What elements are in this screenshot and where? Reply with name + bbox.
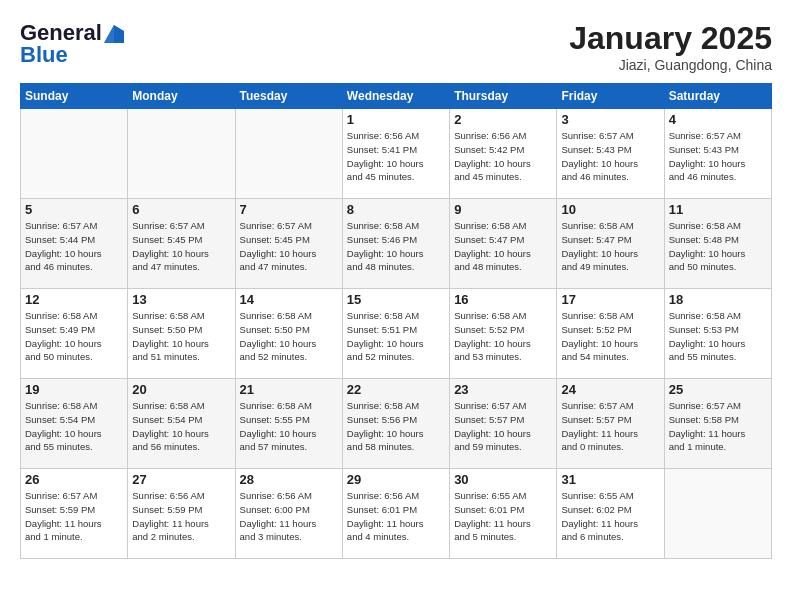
calendar-cell <box>21 109 128 199</box>
day-info: Sunrise: 6:57 AM Sunset: 5:57 PM Dayligh… <box>454 399 552 454</box>
day-info: Sunrise: 6:57 AM Sunset: 5:43 PM Dayligh… <box>561 129 659 184</box>
calendar-cell: 31Sunrise: 6:55 AM Sunset: 6:02 PM Dayli… <box>557 469 664 559</box>
calendar-cell: 12Sunrise: 6:58 AM Sunset: 5:49 PM Dayli… <box>21 289 128 379</box>
day-number: 12 <box>25 292 123 307</box>
calendar-cell: 1Sunrise: 6:56 AM Sunset: 5:41 PM Daylig… <box>342 109 449 199</box>
day-number: 20 <box>132 382 230 397</box>
calendar-cell: 17Sunrise: 6:58 AM Sunset: 5:52 PM Dayli… <box>557 289 664 379</box>
calendar-cell: 30Sunrise: 6:55 AM Sunset: 6:01 PM Dayli… <box>450 469 557 559</box>
day-info: Sunrise: 6:58 AM Sunset: 5:46 PM Dayligh… <box>347 219 445 274</box>
calendar-cell: 27Sunrise: 6:56 AM Sunset: 5:59 PM Dayli… <box>128 469 235 559</box>
logo-blue-text: Blue <box>20 42 68 68</box>
day-info: Sunrise: 6:58 AM Sunset: 5:49 PM Dayligh… <box>25 309 123 364</box>
calendar-cell: 29Sunrise: 6:56 AM Sunset: 6:01 PM Dayli… <box>342 469 449 559</box>
day-info: Sunrise: 6:58 AM Sunset: 5:54 PM Dayligh… <box>132 399 230 454</box>
day-info: Sunrise: 6:58 AM Sunset: 5:48 PM Dayligh… <box>669 219 767 274</box>
calendar-cell: 20Sunrise: 6:58 AM Sunset: 5:54 PM Dayli… <box>128 379 235 469</box>
day-number: 6 <box>132 202 230 217</box>
day-number: 14 <box>240 292 338 307</box>
day-number: 18 <box>669 292 767 307</box>
header-thursday: Thursday <box>450 84 557 109</box>
day-number: 27 <box>132 472 230 487</box>
day-number: 7 <box>240 202 338 217</box>
calendar-cell: 28Sunrise: 6:56 AM Sunset: 6:00 PM Dayli… <box>235 469 342 559</box>
day-info: Sunrise: 6:56 AM Sunset: 5:42 PM Dayligh… <box>454 129 552 184</box>
header-saturday: Saturday <box>664 84 771 109</box>
day-info: Sunrise: 6:58 AM Sunset: 5:47 PM Dayligh… <box>454 219 552 274</box>
calendar-cell: 10Sunrise: 6:58 AM Sunset: 5:47 PM Dayli… <box>557 199 664 289</box>
day-number: 29 <box>347 472 445 487</box>
calendar-cell: 19Sunrise: 6:58 AM Sunset: 5:54 PM Dayli… <box>21 379 128 469</box>
calendar-table: SundayMondayTuesdayWednesdayThursdayFrid… <box>20 83 772 559</box>
title-block: January 2025 Jiazi, Guangdong, China <box>569 20 772 73</box>
day-info: Sunrise: 6:56 AM Sunset: 5:59 PM Dayligh… <box>132 489 230 544</box>
calendar-week-row: 12Sunrise: 6:58 AM Sunset: 5:49 PM Dayli… <box>21 289 772 379</box>
logo: General Blue <box>20 20 124 68</box>
calendar-cell: 24Sunrise: 6:57 AM Sunset: 5:57 PM Dayli… <box>557 379 664 469</box>
day-number: 3 <box>561 112 659 127</box>
logo-icon <box>104 25 124 43</box>
calendar-week-row: 1Sunrise: 6:56 AM Sunset: 5:41 PM Daylig… <box>21 109 772 199</box>
header-sunday: Sunday <box>21 84 128 109</box>
calendar-cell: 11Sunrise: 6:58 AM Sunset: 5:48 PM Dayli… <box>664 199 771 289</box>
header-monday: Monday <box>128 84 235 109</box>
day-info: Sunrise: 6:58 AM Sunset: 5:51 PM Dayligh… <box>347 309 445 364</box>
day-number: 23 <box>454 382 552 397</box>
day-number: 2 <box>454 112 552 127</box>
day-info: Sunrise: 6:58 AM Sunset: 5:47 PM Dayligh… <box>561 219 659 274</box>
day-number: 31 <box>561 472 659 487</box>
day-info: Sunrise: 6:58 AM Sunset: 5:50 PM Dayligh… <box>132 309 230 364</box>
day-info: Sunrise: 6:57 AM Sunset: 5:45 PM Dayligh… <box>132 219 230 274</box>
day-info: Sunrise: 6:58 AM Sunset: 5:50 PM Dayligh… <box>240 309 338 364</box>
day-number: 5 <box>25 202 123 217</box>
day-number: 9 <box>454 202 552 217</box>
calendar-cell: 4Sunrise: 6:57 AM Sunset: 5:43 PM Daylig… <box>664 109 771 199</box>
day-number: 19 <box>25 382 123 397</box>
calendar-cell: 15Sunrise: 6:58 AM Sunset: 5:51 PM Dayli… <box>342 289 449 379</box>
calendar-cell: 18Sunrise: 6:58 AM Sunset: 5:53 PM Dayli… <box>664 289 771 379</box>
day-info: Sunrise: 6:56 AM Sunset: 6:00 PM Dayligh… <box>240 489 338 544</box>
day-number: 26 <box>25 472 123 487</box>
calendar-cell: 23Sunrise: 6:57 AM Sunset: 5:57 PM Dayli… <box>450 379 557 469</box>
day-number: 4 <box>669 112 767 127</box>
calendar-cell: 26Sunrise: 6:57 AM Sunset: 5:59 PM Dayli… <box>21 469 128 559</box>
location-subtitle: Jiazi, Guangdong, China <box>569 57 772 73</box>
day-number: 24 <box>561 382 659 397</box>
day-info: Sunrise: 6:58 AM Sunset: 5:54 PM Dayligh… <box>25 399 123 454</box>
calendar-cell: 5Sunrise: 6:57 AM Sunset: 5:44 PM Daylig… <box>21 199 128 289</box>
day-number: 17 <box>561 292 659 307</box>
day-info: Sunrise: 6:56 AM Sunset: 5:41 PM Dayligh… <box>347 129 445 184</box>
day-info: Sunrise: 6:57 AM Sunset: 5:44 PM Dayligh… <box>25 219 123 274</box>
day-number: 21 <box>240 382 338 397</box>
day-info: Sunrise: 6:58 AM Sunset: 5:55 PM Dayligh… <box>240 399 338 454</box>
day-number: 8 <box>347 202 445 217</box>
calendar-week-row: 19Sunrise: 6:58 AM Sunset: 5:54 PM Dayli… <box>21 379 772 469</box>
day-number: 28 <box>240 472 338 487</box>
calendar-cell: 7Sunrise: 6:57 AM Sunset: 5:45 PM Daylig… <box>235 199 342 289</box>
calendar-cell: 14Sunrise: 6:58 AM Sunset: 5:50 PM Dayli… <box>235 289 342 379</box>
header-tuesday: Tuesday <box>235 84 342 109</box>
day-info: Sunrise: 6:57 AM Sunset: 5:57 PM Dayligh… <box>561 399 659 454</box>
calendar-cell: 13Sunrise: 6:58 AM Sunset: 5:50 PM Dayli… <box>128 289 235 379</box>
calendar-cell: 25Sunrise: 6:57 AM Sunset: 5:58 PM Dayli… <box>664 379 771 469</box>
day-number: 16 <box>454 292 552 307</box>
calendar-cell: 8Sunrise: 6:58 AM Sunset: 5:46 PM Daylig… <box>342 199 449 289</box>
calendar-week-row: 5Sunrise: 6:57 AM Sunset: 5:44 PM Daylig… <box>21 199 772 289</box>
calendar-cell <box>664 469 771 559</box>
calendar-week-row: 26Sunrise: 6:57 AM Sunset: 5:59 PM Dayli… <box>21 469 772 559</box>
calendar-cell: 22Sunrise: 6:58 AM Sunset: 5:56 PM Dayli… <box>342 379 449 469</box>
day-info: Sunrise: 6:56 AM Sunset: 6:01 PM Dayligh… <box>347 489 445 544</box>
day-info: Sunrise: 6:58 AM Sunset: 5:52 PM Dayligh… <box>561 309 659 364</box>
calendar-header-row: SundayMondayTuesdayWednesdayThursdayFrid… <box>21 84 772 109</box>
calendar-cell: 2Sunrise: 6:56 AM Sunset: 5:42 PM Daylig… <box>450 109 557 199</box>
header-friday: Friday <box>557 84 664 109</box>
day-number: 11 <box>669 202 767 217</box>
day-info: Sunrise: 6:57 AM Sunset: 5:58 PM Dayligh… <box>669 399 767 454</box>
day-info: Sunrise: 6:57 AM Sunset: 5:59 PM Dayligh… <box>25 489 123 544</box>
day-info: Sunrise: 6:58 AM Sunset: 5:56 PM Dayligh… <box>347 399 445 454</box>
month-title: January 2025 <box>569 20 772 57</box>
day-number: 22 <box>347 382 445 397</box>
day-number: 13 <box>132 292 230 307</box>
calendar-cell <box>128 109 235 199</box>
day-info: Sunrise: 6:55 AM Sunset: 6:01 PM Dayligh… <box>454 489 552 544</box>
